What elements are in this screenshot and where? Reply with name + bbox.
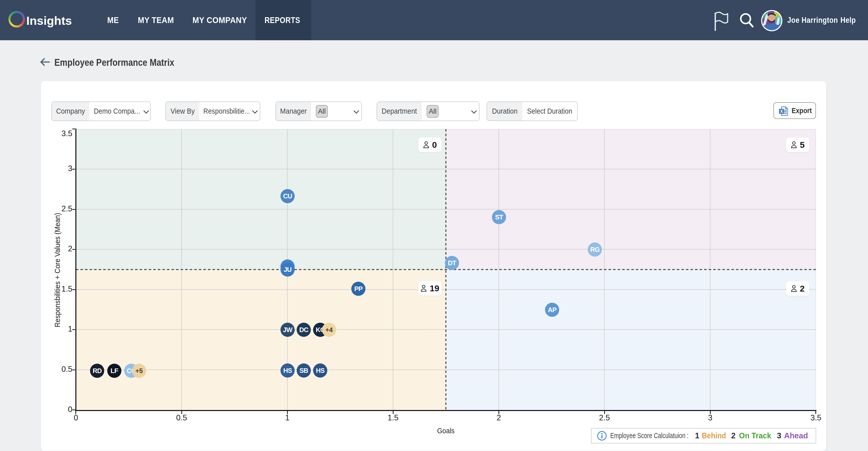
svg-text:X: X [780, 109, 783, 114]
